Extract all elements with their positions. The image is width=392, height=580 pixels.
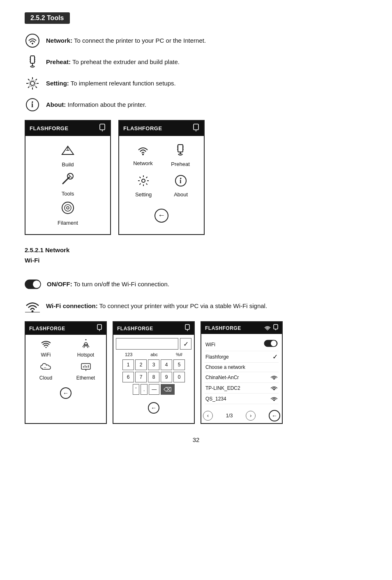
kb-footer: ← <box>113 400 194 416</box>
net-wifi: WiFi <box>28 339 64 358</box>
net-main-body: WiFi Hotspot <box>25 335 106 385</box>
main-screen-brand: FLASHFORGE <box>30 125 69 131</box>
wifi-list-header: FLASHFORGE <box>201 322 282 334</box>
build-icon <box>60 145 75 160</box>
kb-delete[interactable]: ⌫ <box>161 384 175 395</box>
kb-key-2[interactable]: 2 <box>135 359 147 370</box>
kb-input[interactable] <box>116 338 178 350</box>
svg-point-78 <box>267 329 268 330</box>
net-back-button[interactable]: ← <box>60 387 71 399</box>
tools-about: i About <box>174 175 188 198</box>
net-cloud: Cloud <box>28 362 64 381</box>
about-description: About: Information about the printer. <box>46 100 146 110</box>
svg-rect-70 <box>81 364 90 369</box>
filament-label: Filament <box>58 220 78 226</box>
wifi-list-brand: FLASHFORGE <box>205 325 241 331</box>
wifi-subtitle: Wi-Fi <box>25 257 367 264</box>
svg-point-84 <box>274 389 274 390</box>
svg-point-66 <box>45 347 46 348</box>
kb-key-8[interactable]: 8 <box>148 372 159 382</box>
wifi-flashforge-label: Flashforge <box>205 354 229 360</box>
preheat-icon <box>25 54 40 70</box>
main-screen-header: FLASHFORGE <box>25 121 110 136</box>
svg-point-30 <box>62 202 74 214</box>
kb-period[interactable]: . <box>141 384 148 395</box>
wifi-chinanet-label: ChinaNet-AnCr <box>205 375 239 380</box>
kb-dash[interactable]: — <box>149 384 159 395</box>
svg-point-68 <box>85 339 86 341</box>
tools-preheat: Preheat <box>171 144 190 167</box>
svg-point-50 <box>142 179 145 182</box>
onoff-feature: ON/OFF: To turn on/off the Wi-Fi connect… <box>25 276 367 292</box>
feature-preheat: Preheat: To preheat the extruder and bui… <box>25 54 367 70</box>
wifi-conn-icon <box>25 298 40 314</box>
wifi-tplink-label: TP-LINK_EDC2 <box>205 385 240 391</box>
net-ethernet-icon <box>80 362 92 373</box>
wifi-list-header-icon <box>273 324 278 332</box>
wifi-back-button[interactable]: ← <box>269 410 280 421</box>
feature-setting: Setting: To implement relevant function … <box>25 76 367 91</box>
kb-back-button[interactable]: ← <box>148 402 159 414</box>
svg-point-41 <box>142 154 144 155</box>
wifi-item-qs1234: QS_1234 <box>205 394 279 404</box>
preheat-description: Preheat: To preheat the extruder and bui… <box>46 58 180 67</box>
main-screen-icon <box>99 123 106 133</box>
net-cloud-label: Cloud <box>39 375 52 381</box>
net-ethernet-label: Ethernet <box>76 375 95 381</box>
wifi-list-screen: FLASHFORGE <box>201 321 283 424</box>
feature-network: Network: To connect the printer to your … <box>25 33 367 48</box>
kb-key-9[interactable]: 9 <box>161 372 172 382</box>
wifi-chinanet-signal <box>270 374 278 381</box>
svg-rect-42 <box>178 145 183 152</box>
wifi-check-icon: ✓ <box>272 353 278 361</box>
svg-rect-2 <box>30 56 35 63</box>
kb-mode-special[interactable]: %# <box>176 352 182 357</box>
tools-top-row: Network <box>124 144 199 167</box>
wifi-toggle[interactable] <box>264 340 278 349</box>
kb-row3: ' . — ⌫ <box>116 384 191 395</box>
kb-header: FLASHFORGE <box>113 322 194 335</box>
menu-tools: Tools <box>60 171 75 197</box>
kb-apostrophe[interactable]: ' <box>133 384 139 395</box>
kb-key-7[interactable]: 7 <box>135 372 147 382</box>
wifi-item-flashforge: Flashforge ✓ <box>205 351 279 363</box>
kb-row1: 1 2 3 4 5 <box>116 359 191 370</box>
kb-confirm[interactable]: ✓ <box>180 338 191 350</box>
tools-screen-body: Network <box>119 136 204 234</box>
svg-point-83 <box>274 379 274 380</box>
wifi-conn-description: Wi-Fi connection: To connect your printe… <box>46 302 267 311</box>
wifi-conn-feature: Wi-Fi connection: To connect your printe… <box>25 298 367 314</box>
kb-icon <box>184 324 190 333</box>
tools-back-button[interactable]: ← <box>154 209 168 223</box>
wifi-signal-icon <box>264 325 271 331</box>
wifi-prev-button[interactable]: ‹ <box>203 411 213 421</box>
build-label: Build <box>62 161 74 168</box>
net-main-icon <box>97 324 102 333</box>
net-hotspot-label: Hotspot <box>77 352 94 358</box>
net-wifi-label: WiFi <box>41 352 51 358</box>
kb-key-4[interactable]: 4 <box>161 359 172 370</box>
wifi-qs1234-label: QS_1234 <box>205 396 226 402</box>
tools-about-label: About <box>174 191 188 198</box>
tools-network: Network <box>133 144 153 167</box>
kb-mode-abc[interactable]: abc <box>150 352 158 357</box>
wifi-nav-row: ‹ 1/3 › ← <box>201 408 282 423</box>
svg-rect-79 <box>274 325 278 329</box>
kb-row2: 6 7 8 9 0 <box>116 372 191 382</box>
svg-point-10 <box>30 81 35 85</box>
tools-network-label: Network <box>133 160 153 166</box>
kb-mode-123[interactable]: 123 <box>125 352 132 357</box>
tools-about-icon: i <box>175 175 187 190</box>
tools-network-icon <box>137 144 149 159</box>
kb-key-0[interactable]: 0 <box>173 372 185 382</box>
kb-key-6[interactable]: 6 <box>122 372 134 382</box>
feature-about: i About: Information about the printer. <box>25 97 367 113</box>
wifi-next-button[interactable]: › <box>246 411 256 421</box>
network-icon <box>25 33 40 48</box>
net-hotspot: Hotspot <box>68 339 104 358</box>
kb-key-1[interactable]: 1 <box>122 359 134 370</box>
menu-filament: Filament <box>58 200 78 226</box>
network-description: Network: To connect the printer to your … <box>46 36 206 46</box>
kb-key-3[interactable]: 3 <box>148 359 159 370</box>
kb-key-5[interactable]: 5 <box>173 359 185 370</box>
